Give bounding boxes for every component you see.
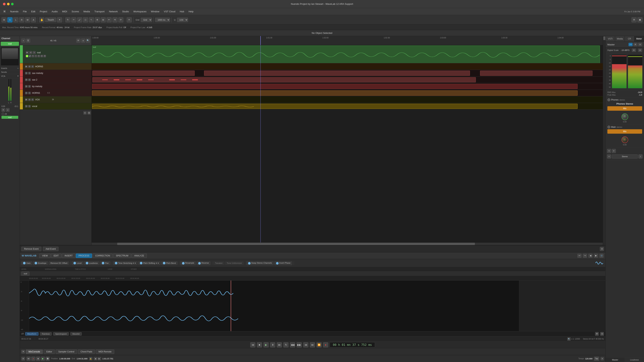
remove-dc-button[interactable]: Remove DC Offset [49, 261, 69, 265]
folder-s-vox[interactable]: S [31, 98, 34, 101]
close-panel-btn[interactable]: ✕ [21, 350, 25, 354]
toolbar-split[interactable]: ⟳ [118, 17, 124, 22]
menu-edit[interactable]: Edit [30, 9, 37, 13]
clip-sax-melody[interactable] [92, 70, 603, 76]
track-sync-oud[interactable]: ≡ [34, 55, 37, 57]
inserts-header[interactable]: Inserts + [1, 67, 18, 69]
grid-type-select[interactable]: GridBars [141, 18, 152, 22]
menu-midi[interactable]: MIDI [60, 9, 69, 13]
stereo-button[interactable]: Stereo [612, 154, 638, 158]
nav-loop[interactable]: 🔘 [46, 357, 50, 361]
menu-workspaces[interactable]: Workspaces [132, 9, 148, 13]
track-m-oud[interactable]: M [29, 51, 32, 54]
toolbar-zoom[interactable]: ⊕ [95, 17, 100, 22]
track-m-vocal[interactable]: M [25, 105, 28, 108]
track-m-sax-melody[interactable]: M [25, 72, 28, 74]
right-ctrl-3[interactable]: A [607, 154, 611, 158]
main-mix-button[interactable]: Mix [608, 129, 642, 134]
meter-settings-btn[interactable]: ⚙ [633, 43, 638, 46]
fullscreen-button[interactable] [11, 3, 14, 5]
track-s-trp[interactable]: S [28, 85, 31, 88]
track-s-horns-audio[interactable]: S [28, 92, 31, 94]
toolbar-mute[interactable]: M [101, 17, 106, 22]
clip-trp[interactable] [92, 83, 603, 90]
touch-mode-button[interactable]: Touch [45, 17, 56, 22]
time-stretching-button[interactable]: T Time Stretching ▾ [113, 261, 138, 265]
timeline-scrollbar[interactable] [92, 243, 603, 245]
remove-event-button[interactable]: Remove Event [21, 247, 42, 251]
tab-view[interactable]: VIEW [40, 254, 50, 258]
toolbar-loop-icon[interactable]: ↻ [65, 17, 70, 22]
toolbar-cursor[interactable]: ↖ [89, 17, 94, 22]
clip-tab-oud[interactable]: oud [21, 272, 30, 276]
pan-button[interactable]: P Pan [100, 261, 110, 265]
folder-expand-horns[interactable]: ▶ [25, 65, 28, 68]
level-button[interactable]: L Level [72, 261, 83, 265]
view-fit-btn[interactable]: ⊡ [600, 332, 604, 336]
waveform-canvas-area[interactable] [29, 281, 605, 331]
reverse-button[interactable]: R Reverse [196, 261, 210, 265]
track-s-sax-melody[interactable]: S [28, 72, 31, 74]
tab-editor[interactable]: Editor [44, 350, 55, 354]
track-sync-btn[interactable]: ⟳ [76, 39, 80, 43]
track-monitor-oud[interactable]: 🔊 [29, 55, 31, 57]
tempo-settings[interactable]: ▾ [600, 357, 604, 360]
toolbar-w[interactable]: W [25, 17, 30, 22]
track-expand-oud[interactable]: ▶ [26, 51, 29, 54]
envelope-button[interactable]: E Envelope [33, 261, 48, 265]
track-settings-oud[interactable]: ⚙ [44, 55, 46, 57]
tab-process[interactable]: PROCESS [76, 254, 92, 258]
menu-nuendo[interactable]: Nuendo [8, 9, 20, 13]
toolbar-touch-icon[interactable]: ✋ [39, 17, 44, 22]
clip-horns-audio[interactable] [92, 90, 603, 96]
vca-dropdown-icon[interactable]: ▾ [18, 75, 18, 77]
transport-forward-section[interactable]: ▶▶ [296, 342, 302, 348]
toolbar-draw[interactable]: ✏ [106, 17, 112, 22]
nav-back-to-start[interactable]: ⏮ [26, 357, 30, 361]
menu-transport[interactable]: Transport [92, 9, 106, 13]
menu-window[interactable]: Window [149, 9, 161, 13]
minimize-button[interactable] [7, 3, 10, 5]
tab-cr[interactable]: CR [625, 36, 634, 41]
add-event-button[interactable]: Add Event [43, 247, 58, 251]
tab-vsti[interactable]: VSTi [606, 36, 615, 41]
ch-r-btn[interactable]: R [2, 108, 5, 112]
folder-s-horns[interactable]: S [31, 65, 34, 68]
invert-phase-button[interactable]: I Invert Phase [274, 261, 292, 265]
transport-stop[interactable]: ■ [257, 342, 262, 348]
track-m-horns-audio[interactable]: M [25, 92, 28, 94]
track-scroll-down[interactable]: ▾ [83, 111, 87, 114]
menu-audio[interactable]: Audio [50, 9, 60, 13]
tab-spectrum[interactable]: SPECTRUM [113, 254, 131, 258]
track-w-oud[interactable]: W [40, 55, 43, 57]
tab-insert[interactable]: INSERT [62, 254, 76, 258]
menu-help[interactable]: Help [187, 9, 196, 13]
lock-btn[interactable]: 🔒 [89, 357, 92, 360]
nav-stop[interactable]: ■ [36, 357, 40, 361]
menu-file[interactable]: File [21, 9, 29, 13]
toolbar-glue[interactable]: 🖊 [77, 17, 82, 22]
toolbar-s[interactable]: S [7, 17, 12, 22]
toolbar-x[interactable]: ✕ [126, 17, 132, 22]
menu-apple[interactable]: ⌘ [2, 9, 8, 13]
wl-zoom-out[interactable]: 🔍 [567, 337, 570, 341]
bottom-settings[interactable]: ⚙ [21, 357, 25, 361]
menu-scores[interactable]: Scores [70, 9, 81, 13]
close-button[interactable] [3, 3, 6, 5]
toolbar-settings-right[interactable]: ⚙ [632, 17, 637, 22]
wavelab-nav-back[interactable]: ◀ [588, 254, 592, 258]
menu-vst-cloud[interactable]: VST Cloud [162, 9, 177, 13]
rainbow-tab[interactable]: Rainbow [40, 332, 52, 336]
tap-tempo-btn[interactable]: Tap [594, 357, 599, 361]
meter-bars-btn[interactable]: ⊟ [638, 43, 642, 46]
nav-record[interactable]: ● [31, 357, 35, 361]
main-volume-knob[interactable] [622, 136, 628, 143]
tab-media[interactable]: Media [615, 36, 625, 41]
ch-u-btn[interactable]: U [6, 108, 10, 112]
track-search-btn[interactable]: 🔍 [86, 39, 90, 43]
menu-project[interactable]: Project [38, 9, 49, 13]
transport-loop[interactable]: ↻ [283, 342, 288, 348]
transport-record[interactable]: ● [323, 342, 328, 348]
toolbar-l[interactable]: L [13, 17, 18, 22]
nudge-back[interactable]: ◀ [94, 357, 97, 360]
